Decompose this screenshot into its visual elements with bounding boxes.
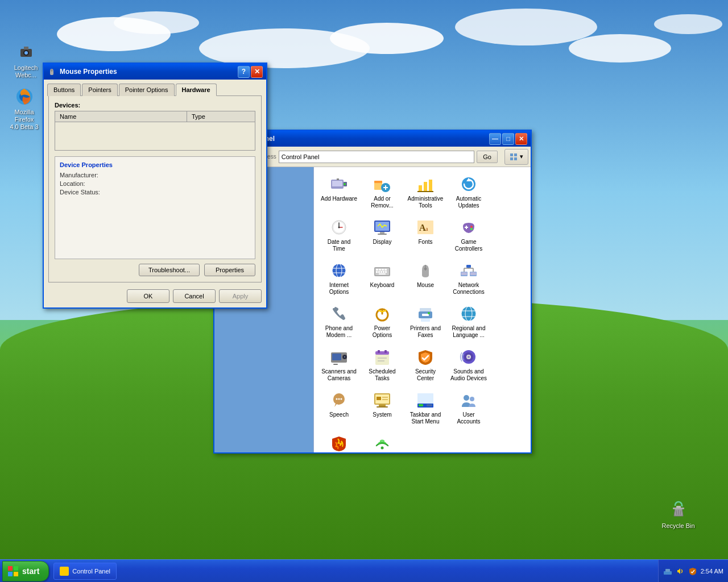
- cp-icon-scanners-cameras[interactable]: Scanners andCameras: [318, 344, 359, 385]
- mouse-dialog-controls: ? ✕: [238, 66, 263, 78]
- svg-rect-127: [61, 568, 68, 575]
- cp-icon-network[interactable]: NetworkConnections: [448, 258, 489, 299]
- scanners-cameras-icon: [330, 348, 348, 366]
- views-button[interactable]: ▾: [504, 149, 528, 165]
- firefox-icon: [14, 86, 35, 107]
- cp-icon-admin-tools[interactable]: AdministrativeTools: [405, 172, 446, 213]
- svg-rect-62: [383, 271, 384, 273]
- svg-rect-80: [421, 318, 430, 322]
- ok-button[interactable]: OK: [127, 289, 169, 303]
- cp-maximize-button[interactable]: □: [502, 133, 514, 145]
- apply-button[interactable]: Apply: [219, 289, 262, 303]
- cp-icon-speech[interactable]: Speech: [318, 388, 359, 429]
- cp-icon-sounds-audio[interactable]: Sounds andAudio Devices: [448, 344, 489, 385]
- cp-icon-add-remove[interactable]: Add orRemov...: [362, 172, 403, 213]
- cp-icon-system[interactable]: System: [362, 388, 403, 429]
- cp-close-button[interactable]: ✕: [515, 133, 527, 145]
- regional-lang-icon: [460, 305, 478, 323]
- mouse-dialog-titlebar[interactable]: Mouse Properties ? ✕: [44, 64, 266, 80]
- properties-button[interactable]: Properties: [204, 264, 255, 276]
- cp-icon-internet-options-label: InternetOptions: [329, 282, 349, 296]
- desktop-icon-webcam[interactable]: LogitechWebc...: [5, 40, 47, 81]
- power-options-icon: [373, 305, 391, 323]
- cp-icon-wireless-network[interactable]: WirelessNetwork Set...: [362, 431, 403, 452]
- cp-icon-security-center-label: SecurityCenter: [415, 368, 436, 382]
- svg-rect-7: [676, 506, 681, 508]
- svg-rect-78: [420, 308, 431, 311]
- svg-point-120: [381, 447, 384, 450]
- svg-rect-68: [461, 272, 467, 275]
- start-button[interactable]: start: [2, 561, 49, 581]
- cp-icon-add-remove-label: Add orRemov...: [371, 196, 393, 209]
- sounds-audio-icon: [460, 348, 478, 366]
- cp-icon-display[interactable]: Display: [362, 215, 403, 256]
- svg-point-105: [338, 398, 340, 400]
- mouse-dialog-help-button[interactable]: ?: [238, 66, 250, 78]
- cp-icon-security-center[interactable]: SecurityCenter: [405, 344, 446, 385]
- windows-firewall-icon: [330, 434, 348, 452]
- svg-rect-19: [337, 178, 339, 180]
- views-chevron: ▾: [520, 153, 523, 160]
- cancel-button[interactable]: Cancel: [173, 289, 216, 303]
- cp-icon-user-accounts[interactable]: User Accounts: [448, 388, 489, 429]
- svg-rect-97: [384, 350, 387, 353]
- go-button[interactable]: Go: [477, 151, 498, 163]
- taskbar-item-control-panel[interactable]: Control Panel: [53, 563, 117, 580]
- desktop-icon-recycle[interactable]: Recycle Bin: [657, 498, 700, 532]
- svg-point-66: [424, 268, 427, 270]
- location-row: Location:: [60, 180, 250, 187]
- tab-buttons[interactable]: Buttons: [47, 84, 81, 96]
- svg-rect-81: [422, 314, 429, 316]
- taskbar: start Control Panel: [0, 559, 728, 582]
- cp-minimize-button[interactable]: —: [489, 133, 501, 145]
- mouse-dialog-close-button[interactable]: ✕: [251, 66, 263, 78]
- cp-icon-scheduled-tasks[interactable]: ScheduledTasks: [362, 344, 403, 385]
- devices-section: Devices: Name Type: [55, 102, 255, 151]
- cp-icon-game-controllers[interactable]: GameControllers: [448, 215, 489, 256]
- troubleshoot-button[interactable]: Troubleshoot...: [139, 264, 200, 276]
- address-input[interactable]: [279, 151, 475, 163]
- svg-rect-60: [378, 271, 380, 273]
- cp-icon-fonts[interactable]: A a Fonts: [405, 215, 446, 256]
- cp-icon-mouse[interactable]: Mouse: [405, 258, 446, 299]
- svg-rect-59: [376, 271, 378, 273]
- svg-point-118: [464, 395, 469, 401]
- tray-volume-icon: [676, 567, 685, 576]
- webcam-icon: [16, 42, 36, 63]
- cp-icon-printers-faxes-label: Printers andFaxes: [410, 325, 441, 339]
- taskbar-start-icon: [416, 391, 435, 409]
- desktop-icon-firefox[interactable]: Mozilla Firefox4.0 Beta 3: [3, 84, 46, 134]
- cp-icon-printers-faxes[interactable]: Printers andFaxes: [405, 301, 446, 342]
- cp-icon-phone-modem[interactable]: Phone andModem ...: [318, 301, 359, 342]
- svg-rect-12: [510, 153, 513, 156]
- date-time-icon: [330, 218, 348, 236]
- cp-icon-add-hardware[interactable]: Add Hardware: [318, 172, 359, 213]
- svg-text:a: a: [425, 226, 428, 232]
- cp-icon-keyboard[interactable]: Keyboard: [362, 258, 403, 299]
- svg-rect-123: [8, 566, 13, 571]
- cp-icon-internet-options[interactable]: InternetOptions: [318, 258, 359, 299]
- cp-icon-taskbar-start[interactable]: Taskbar andStart Menu: [405, 388, 446, 429]
- svg-rect-15: [514, 157, 517, 160]
- cp-icon-date-time[interactable]: Date and Time: [318, 215, 359, 256]
- tab-pointer-options[interactable]: Pointer Options: [119, 84, 175, 96]
- cp-icon-power-options-label: Power Options: [364, 325, 400, 339]
- fonts-icon: A a: [416, 218, 435, 236]
- recycle-label: Recycle Bin: [661, 522, 694, 530]
- cp-icon-speech-label: Speech: [329, 411, 349, 418]
- svg-point-106: [341, 398, 342, 400]
- display-icon: [373, 218, 391, 236]
- svg-rect-61: [380, 271, 382, 273]
- svg-rect-13: [514, 153, 517, 156]
- cp-icon-windows-firewall[interactable]: WindowsFirewall: [318, 431, 359, 452]
- printers-faxes-icon: [416, 305, 435, 323]
- tab-hardware[interactable]: Hardware: [176, 84, 217, 96]
- svg-rect-25: [385, 185, 386, 190]
- mouse-dialog-content: Devices: Name Type: [48, 95, 262, 282]
- cp-icon-regional-lang[interactable]: Regional andLanguage ...: [448, 301, 489, 342]
- tab-pointers[interactable]: Pointers: [82, 84, 117, 96]
- start-label: start: [22, 567, 39, 576]
- cp-icon-auto-updates[interactable]: AutomaticUpdates: [448, 172, 489, 213]
- cp-icon-power-options[interactable]: Power Options: [362, 301, 403, 342]
- devices-label: Devices:: [55, 102, 255, 109]
